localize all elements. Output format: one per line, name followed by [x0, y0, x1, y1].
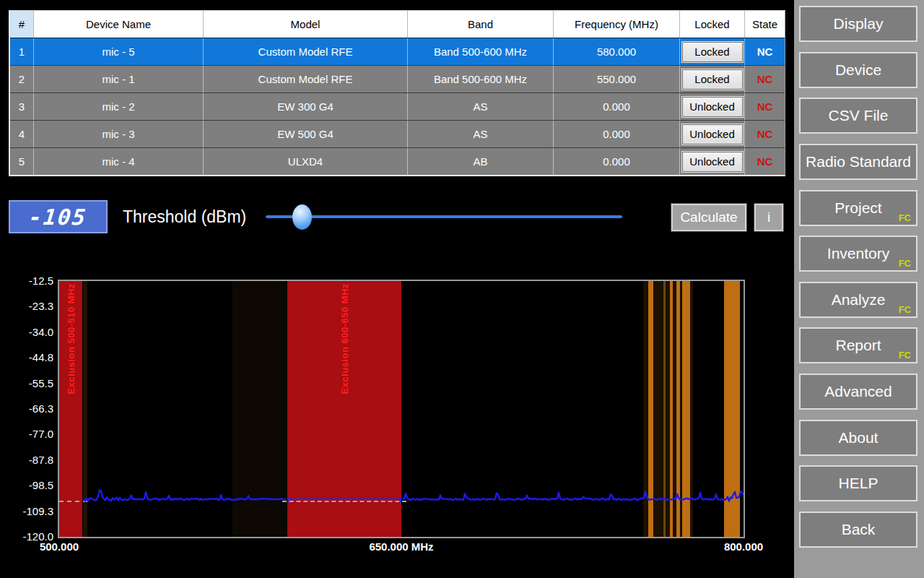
app-window: #Device NameModelBandFrequency (MHz)Lock…: [0, 0, 924, 578]
slider-track[interactable]: [266, 215, 622, 218]
state-badge: NC: [745, 38, 785, 65]
sidebar-button-csv-file[interactable]: CSV File: [799, 98, 918, 134]
cell-device-name: mic - 3: [34, 121, 204, 147]
sidebar-button-label: Project: [834, 199, 881, 217]
column-header-frequency-mhz: Frequency (MHz): [554, 11, 680, 38]
sidebar-button-device[interactable]: Device: [799, 52, 918, 88]
cell-locked: Locked: [680, 38, 745, 65]
sidebar-button-analyze[interactable]: AnalyzeFC: [799, 282, 918, 318]
calculate-button[interactable]: Calculate: [671, 204, 746, 231]
y-axis-tick: -44.8: [9, 351, 53, 363]
threshold-value-display[interactable]: -105: [9, 200, 108, 233]
cell-row-number: 2: [10, 66, 34, 92]
table-body: 1mic - 5Custom Model RFEBand 500-600 MHz…: [10, 38, 785, 175]
cell-row-number: 1: [10, 38, 34, 65]
fc-badge: FC: [899, 350, 911, 361]
x-axis-tick: 500.000: [40, 540, 79, 553]
sidebar-button-label: CSV File: [829, 107, 889, 124]
y-axis-tick: -109.3: [9, 505, 53, 517]
cell-frequency: 0.000: [554, 93, 680, 120]
cell-row-number: 5: [10, 148, 34, 175]
column-header-state: State: [745, 11, 785, 38]
table-row[interactable]: 5mic - 4ULXD4AB0.000UnlockedNC: [10, 147, 785, 175]
y-axis-tick: -87.8: [9, 454, 53, 466]
threshold-slider[interactable]: [266, 204, 622, 231]
sidebar-button-label: Radio Standard: [806, 153, 911, 171]
cell-frequency: 580.000: [554, 38, 680, 65]
cell-model: EW 300 G4: [204, 93, 408, 120]
sidebar-button-label: Device: [835, 61, 881, 79]
cell-model: Custom Model RFE: [204, 66, 408, 92]
sidebar-button-project[interactable]: ProjectFC: [799, 190, 918, 226]
sidebar-button-label: Display: [834, 15, 884, 33]
y-axis-tick: -12.5: [9, 275, 53, 287]
sidebar-menu: DisplayDeviceCSV FileRadio StandardProje…: [794, 0, 924, 578]
column-header-device-name: Device Name: [34, 11, 204, 38]
table-row[interactable]: 2mic - 1Custom Model RFEBand 500-600 MHz…: [10, 65, 785, 92]
state-badge: NC: [745, 121, 785, 147]
sidebar-button-label: Report: [835, 337, 881, 354]
sidebar-button-about[interactable]: About: [799, 420, 918, 456]
table-row[interactable]: 3mic - 2EW 300 G4AS0.000UnlockedNC: [10, 92, 785, 120]
x-axis-tick: 650.000 MHz: [369, 540, 433, 553]
cell-frequency: 550.000: [554, 66, 680, 92]
column-header-band: Band: [408, 11, 554, 38]
cell-locked: Unlocked: [680, 121, 745, 147]
threshold-label: Threshold (dBm): [123, 207, 246, 227]
lock-toggle-button[interactable]: Unlocked: [682, 124, 743, 144]
cell-model: EW 500 G4: [204, 121, 408, 147]
sidebar-button-label: HELP: [839, 475, 879, 492]
y-axis-tick: -66.3: [9, 402, 53, 415]
column-header-model: Model: [204, 11, 408, 38]
x-axis-tick: 800.000: [724, 540, 763, 553]
cell-device-name: mic - 1: [34, 66, 204, 92]
cell-model: Custom Model RFE: [204, 38, 408, 65]
y-axis-tick: -23.3: [9, 300, 53, 312]
state-badge: NC: [745, 93, 785, 120]
spectrum-plot: Exclusion 500-510 MHzExclusion 600-650 M…: [58, 280, 745, 538]
y-axis-tick: -77.0: [9, 428, 53, 440]
threshold-value: -105: [28, 204, 89, 230]
state-badge: NC: [745, 148, 785, 175]
cell-band: AS: [408, 93, 554, 120]
device-table: #Device NameModelBandFrequency (MHz)Lock…: [9, 10, 785, 176]
spectrum-trace: [59, 281, 744, 537]
info-button[interactable]: i: [754, 204, 783, 231]
cell-band: Band 500-600 MHz: [408, 66, 554, 92]
state-badge: NC: [745, 66, 785, 92]
sidebar-button-report[interactable]: ReportFC: [799, 327, 918, 363]
cell-locked: Unlocked: [680, 148, 745, 175]
sidebar-button-label: Inventory: [827, 245, 889, 262]
table-row[interactable]: 4mic - 3EW 500 G4AS0.000UnlockedNC: [10, 120, 785, 147]
lock-toggle-button[interactable]: Unlocked: [682, 152, 743, 172]
column-header-: #: [10, 11, 34, 38]
sidebar-button-inventory[interactable]: InventoryFC: [799, 236, 918, 272]
fc-badge: FC: [899, 258, 911, 269]
sidebar-button-advanced[interactable]: Advanced: [799, 374, 918, 410]
cell-device-name: mic - 2: [34, 93, 204, 120]
cell-band: AS: [408, 121, 554, 147]
slider-thumb[interactable]: [292, 204, 312, 230]
cell-frequency: 0.000: [554, 148, 680, 175]
cell-locked: Unlocked: [680, 93, 745, 120]
cell-band: AB: [408, 148, 554, 175]
cell-frequency: 0.000: [554, 121, 680, 147]
sidebar-button-help[interactable]: HELP: [799, 465, 918, 501]
cell-model: ULXD4: [204, 148, 408, 175]
table-header: #Device NameModelBandFrequency (MHz)Lock…: [10, 11, 785, 38]
sidebar-button-label: About: [839, 429, 879, 447]
lock-toggle-button[interactable]: Locked: [682, 42, 743, 62]
sidebar-button-radio-standard[interactable]: Radio Standard: [799, 144, 918, 180]
sidebar-button-label: Advanced: [824, 383, 892, 400]
lock-toggle-button[interactable]: Unlocked: [682, 97, 743, 117]
cell-locked: Locked: [680, 66, 745, 92]
column-header-locked: Locked: [680, 11, 745, 38]
table-row[interactable]: 1mic - 5Custom Model RFEBand 500-600 MHz…: [10, 38, 785, 65]
y-axis-tick: -34.0: [9, 326, 53, 338]
cell-device-name: mic - 5: [34, 38, 204, 65]
lock-toggle-button[interactable]: Locked: [682, 69, 743, 90]
sidebar-button-back[interactable]: Back: [799, 512, 918, 548]
y-axis-tick: -55.5: [9, 377, 53, 389]
sidebar-button-display[interactable]: Display: [799, 6, 918, 42]
fc-badge: FC: [899, 212, 911, 223]
